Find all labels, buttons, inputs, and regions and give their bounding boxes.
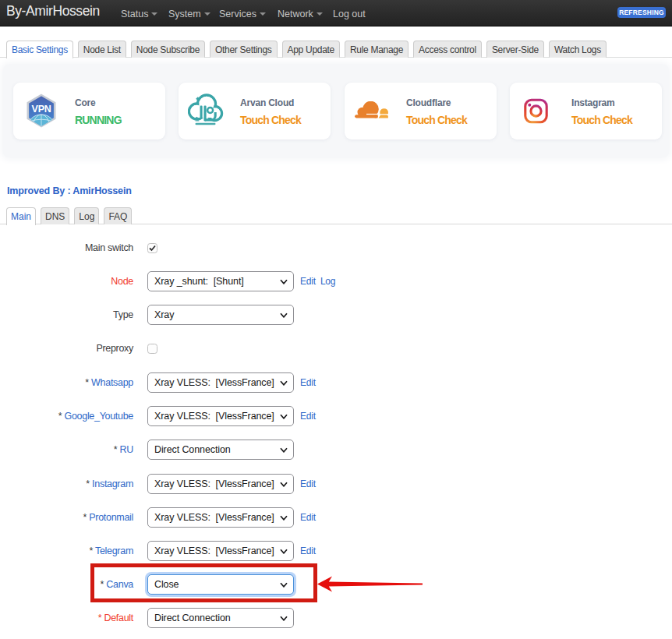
svg-text:VPN: VPN (32, 104, 51, 115)
